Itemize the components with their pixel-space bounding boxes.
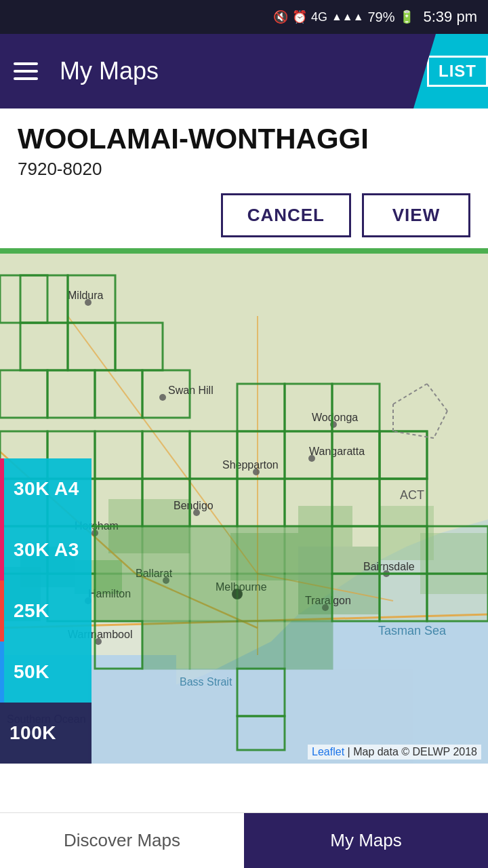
svg-text:Wodonga: Wodonga bbox=[312, 412, 358, 423]
svg-rect-94 bbox=[142, 574, 190, 621]
svg-rect-103 bbox=[190, 621, 237, 669]
svg-text:Bendigo: Bendigo bbox=[174, 500, 214, 511]
svg-rect-93 bbox=[95, 574, 142, 621]
svg-rect-87 bbox=[285, 526, 332, 574]
my-maps-label: My Maps bbox=[330, 830, 401, 851]
menu-line-1 bbox=[14, 62, 38, 65]
nav-my-maps[interactable]: My Maps bbox=[244, 813, 488, 868]
header-title: My Maps bbox=[60, 57, 474, 85]
map-top-border bbox=[0, 248, 488, 254]
nav-discover-maps[interactable]: Discover Maps bbox=[0, 813, 244, 868]
status-bar: 🔇 ⏰ 4G ▲▲▲ 79% 🔋 5:39 pm bbox=[0, 0, 488, 34]
legend-30k-a4[interactable]: 30K A4 bbox=[0, 458, 92, 519]
view-button[interactable]: VIEW bbox=[362, 193, 470, 237]
svg-rect-95 bbox=[190, 574, 237, 621]
legend-50k[interactable]: 50K bbox=[0, 642, 92, 703]
status-icons: 🔇 ⏰ 4G ▲▲▲ 79% 🔋 5:39 pm bbox=[273, 8, 477, 26]
svg-rect-96 bbox=[237, 574, 285, 621]
svg-rect-84 bbox=[142, 526, 190, 574]
legend-50k-label: 50K bbox=[14, 661, 49, 683]
map-subtitle: 7920-8020 bbox=[18, 159, 470, 180]
cancel-button[interactable]: CANCEL bbox=[221, 193, 351, 237]
legend-30k-a4-label: 30K A4 bbox=[14, 478, 79, 500]
svg-text:Bass Strait: Bass Strait bbox=[180, 676, 232, 688]
app-header: My Maps LIST bbox=[0, 34, 488, 108]
legend-25k-label: 25K bbox=[14, 600, 49, 622]
battery-icon: 🔋 bbox=[399, 9, 414, 24]
svg-text:Shepparton: Shepparton bbox=[222, 459, 279, 471]
svg-rect-85 bbox=[190, 526, 237, 574]
legend-100k[interactable]: 100K bbox=[0, 703, 92, 764]
svg-text:ACT: ACT bbox=[400, 488, 424, 502]
legend-30k-a3[interactable]: 30K A3 bbox=[0, 519, 92, 580]
map-title-section: WOOLAMAI-WONTHAGGI 7920-8020 bbox=[0, 108, 488, 186]
leaflet-link[interactable]: Leaflet bbox=[312, 746, 344, 757]
svg-rect-13 bbox=[420, 533, 488, 594]
svg-rect-105 bbox=[285, 621, 332, 669]
menu-line-2 bbox=[14, 70, 38, 73]
alarm-icon: ⏰ bbox=[292, 9, 307, 24]
svg-text:Mildura: Mildura bbox=[68, 290, 104, 301]
legend-100k-label: 100K bbox=[9, 722, 56, 744]
bottom-nav: Discover Maps My Maps bbox=[0, 812, 488, 868]
menu-button[interactable] bbox=[14, 56, 43, 86]
network-icon: 4G bbox=[311, 10, 327, 24]
svg-point-27 bbox=[159, 394, 166, 401]
discover-maps-label: Discover Maps bbox=[64, 830, 180, 851]
map-attribution: Leaflet | Map data © DELWP 2018 bbox=[308, 745, 481, 760]
list-button[interactable]: LIST bbox=[413, 34, 488, 108]
legend-25k[interactable]: 25K bbox=[0, 580, 92, 642]
map-legend: 30K A4 30K A3 25K 50K 100K bbox=[0, 458, 92, 764]
menu-line-3 bbox=[14, 77, 38, 80]
map-container[interactable]: Mildura Swan Hill Shepparton Wangaratta … bbox=[0, 248, 488, 764]
svg-rect-104 bbox=[237, 621, 285, 669]
svg-rect-102 bbox=[142, 621, 190, 669]
signal-icon: ▲▲▲ bbox=[331, 11, 364, 23]
svg-rect-97 bbox=[285, 574, 332, 621]
action-buttons: CANCEL VIEW bbox=[0, 186, 488, 248]
copyright-text: | Map data © DELWP 2018 bbox=[348, 746, 477, 757]
battery-label: 79% bbox=[367, 9, 394, 25]
list-button-label: LIST bbox=[427, 56, 488, 87]
svg-rect-83 bbox=[95, 526, 142, 574]
map-title: WOOLAMAI-WONTHAGGI bbox=[18, 123, 470, 155]
mute-icon: 🔇 bbox=[273, 9, 288, 24]
svg-text:Wangaratta: Wangaratta bbox=[309, 446, 365, 457]
svg-rect-86 bbox=[237, 526, 285, 574]
legend-30k-a3-label: 30K A3 bbox=[14, 539, 79, 561]
svg-text:Bairnsdale: Bairnsdale bbox=[363, 561, 415, 572]
svg-text:Tasman Sea: Tasman Sea bbox=[378, 624, 447, 637]
time-label: 5:39 pm bbox=[424, 8, 478, 26]
